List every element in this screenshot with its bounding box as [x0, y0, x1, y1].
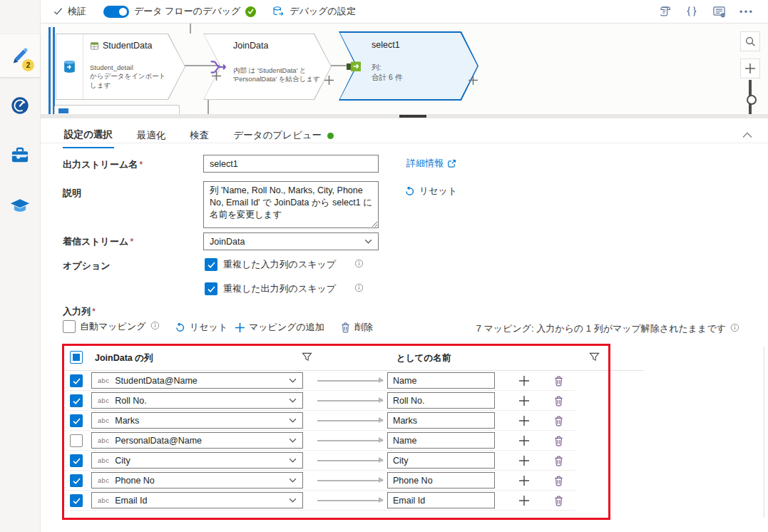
mapping-name-input[interactable] — [387, 472, 495, 488]
mapping-source-value: City — [115, 456, 130, 466]
sidebar-item-manage[interactable] — [0, 134, 40, 177]
output-stream-input[interactable] — [203, 155, 379, 173]
mapping-name-input[interactable] — [387, 492, 495, 508]
sidebar-item-monitor[interactable] — [0, 84, 40, 127]
details-link[interactable]: 詳細情報 — [406, 157, 456, 170]
row-checkbox[interactable] — [70, 474, 83, 487]
add-column-row-button[interactable] — [516, 474, 532, 488]
select-icon — [346, 58, 363, 75]
node-join-joindata[interactable]: JoinData 内部 は 'StudentData' と 'PersonalD… — [203, 34, 332, 100]
mapping-source-value: Phone No — [115, 476, 155, 486]
mapping-row: abc StudentData@Name — [64, 371, 644, 391]
add-column-row-button[interactable] — [516, 493, 532, 508]
row-checkbox[interactable] — [70, 494, 83, 507]
tab-select-settings[interactable]: 設定の選択 — [63, 124, 114, 148]
source-dataset-icon — [62, 59, 77, 74]
info-icon[interactable] — [354, 283, 364, 295]
mapping-source-value: StudentData@Name — [115, 376, 198, 386]
skip-duplicate-output-option: 重複した出力列のスキップ — [205, 282, 364, 295]
add-column-row-button[interactable] — [516, 434, 532, 448]
auto-mapping-checkbox[interactable] — [63, 320, 76, 333]
description-textarea[interactable]: 列 'Name, Roll No., Marks, City, Phone No… — [203, 181, 379, 228]
mapping-source-value: Email Id — [115, 496, 147, 506]
add-column-row-button[interactable] — [516, 454, 532, 468]
mapping-source-dropdown[interactable]: abc StudentData@Name — [91, 372, 303, 389]
canvas-zoom-in-button[interactable] — [740, 58, 760, 78]
node-description: Student_detail からデータをインポートします — [90, 63, 167, 90]
settings-list-button[interactable] — [711, 4, 727, 19]
delete-column-row-button[interactable] — [551, 454, 566, 468]
sidebar-item-author[interactable]: 2 — [0, 34, 40, 77]
delete-column-row-button[interactable] — [551, 434, 566, 448]
mapping-name-input[interactable] — [387, 432, 495, 449]
canvas-search-button[interactable] — [740, 31, 760, 51]
add-mapping-button[interactable]: マッピングの追加 — [235, 321, 324, 334]
add-node-button[interactable] — [469, 75, 478, 88]
output-stream-label: 出力ストリーム名* — [63, 158, 143, 171]
delete-column-row-button[interactable] — [551, 493, 566, 508]
chevron-down-icon — [289, 398, 297, 403]
validate-check-icon — [53, 7, 63, 16]
node-partial-bottom[interactable] — [54, 105, 180, 114]
mapping-source-dropdown[interactable]: abc Roll No. — [91, 392, 303, 409]
column-type-label: abc — [98, 456, 109, 464]
script-button[interactable] — [657, 4, 672, 19]
select-all-checkbox[interactable] — [70, 351, 83, 364]
mapping-name-input[interactable] — [387, 372, 495, 389]
dataflow-canvas[interactable]: StudentData Student_detail からデータをインポートしま… — [41, 24, 768, 114]
more-options-button[interactable] — [738, 4, 754, 19]
add-node-button[interactable] — [212, 71, 221, 83]
filter-name-button[interactable] — [589, 352, 600, 364]
validate-button[interactable]: 検証 — [53, 5, 86, 18]
tab-data-preview[interactable]: データのプレビュー — [232, 124, 335, 148]
debug-settings-button[interactable]: デバッグの設定 — [272, 5, 356, 18]
row-checkbox[interactable] — [70, 454, 83, 467]
code-button[interactable] — [684, 4, 700, 19]
source-icon-fragment — [58, 108, 68, 113]
row-checkbox[interactable] — [70, 434, 83, 447]
info-icon[interactable] — [730, 323, 739, 334]
info-icon[interactable] — [150, 321, 160, 332]
delete-column-row-button[interactable] — [551, 474, 566, 488]
delete-column-row-button[interactable] — [551, 374, 566, 388]
panel-resize-handle[interactable] — [399, 115, 426, 118]
mapping-name-input[interactable] — [387, 412, 495, 429]
skip-input-checkbox[interactable] — [205, 258, 217, 271]
add-column-row-button[interactable] — [516, 394, 532, 408]
node-title: StudentData — [90, 41, 153, 51]
tab-inspect[interactable]: 検査 — [188, 124, 210, 148]
row-checkbox[interactable] — [70, 414, 83, 427]
add-column-row-button[interactable] — [516, 414, 532, 428]
dataset-mini-icon — [90, 41, 99, 51]
mapping-name-input[interactable] — [387, 452, 495, 469]
filter-source-button[interactable] — [302, 352, 312, 364]
node-select-select1[interactable]: select1 列: 合計 6 件 — [339, 31, 478, 101]
sidebar-item-learn[interactable] — [0, 184, 40, 227]
node-source-studentdata[interactable]: StudentData Student_detail からデータをインポートしま… — [56, 34, 185, 100]
add-column-row-button[interactable] — [516, 374, 532, 388]
mapping-source-dropdown[interactable]: abc Phone No — [91, 472, 303, 488]
mapping-source-dropdown[interactable]: abc City — [91, 452, 303, 469]
row-checkbox[interactable] — [70, 374, 83, 387]
mapping-source-dropdown[interactable]: abc Marks — [91, 412, 303, 429]
mapping-name-input[interactable] — [387, 392, 495, 409]
reset-mappings-button[interactable]: リセット — [175, 321, 227, 334]
collapse-panel-button[interactable] — [742, 128, 752, 141]
row-checkbox[interactable] — [70, 394, 83, 407]
mapping-row: abc Phone No — [64, 471, 644, 491]
mapping-source-dropdown[interactable]: abc Email Id — [91, 492, 303, 508]
zoom-slider-knob[interactable] — [747, 95, 757, 105]
mapping-source-dropdown[interactable]: abc PersonalData@Name — [91, 432, 303, 449]
skip-output-checkbox[interactable] — [205, 282, 217, 295]
debug-toggle[interactable] — [103, 6, 129, 18]
add-node-button[interactable] — [324, 75, 334, 88]
info-icon[interactable] — [354, 259, 364, 270]
delete-column-row-button[interactable] — [551, 414, 566, 428]
delete-column-row-button[interactable] — [551, 394, 566, 408]
incoming-stream-dropdown[interactable]: JoinData — [203, 232, 379, 250]
options-label: オプション — [63, 260, 111, 272]
gauge-icon — [10, 96, 30, 116]
reset-description-button[interactable]: リセット — [404, 185, 457, 198]
delete-mapping-button[interactable]: 削除 — [341, 321, 373, 334]
tab-optimize[interactable]: 最適化 — [135, 124, 168, 148]
